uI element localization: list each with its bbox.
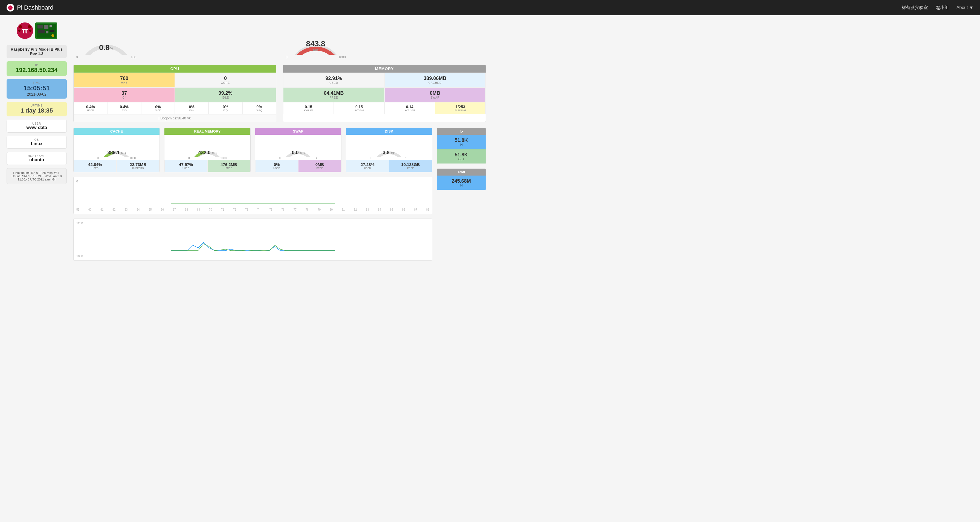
io-in-cell: 51.8K IN — [437, 135, 485, 149]
sidebar-logo: π — [16, 22, 57, 40]
lower-row: CACHE 389.1 MB — [73, 128, 486, 261]
disk-grid: 27.28% USED 10.128GB FREE — [346, 160, 432, 172]
network-right: Io 51.8K IN 51.8K OUT eth0 245.68M — [437, 128, 486, 190]
mem-avg5m-cell: 0.15 AVG.5M — [334, 102, 384, 114]
mem-running-cell: 1/253 RUNNING — [435, 102, 485, 114]
cpu-nice-cell: 0% NICE — [141, 102, 175, 114]
cpu-idle-cell: 99.2% IDLE — [175, 87, 276, 102]
memory-panel-header: MEMORY — [283, 65, 485, 73]
disk-header: DISK — [346, 128, 432, 135]
user-card: USER www-data — [6, 120, 67, 132]
cpu-irq-cell: 0% IRQ — [208, 102, 242, 114]
swap-grid: 0% USED 0MB FREE — [255, 160, 341, 172]
nav-link-qu[interactable]: 趣小组 — [935, 5, 949, 11]
cpu-gauge-container: 0.8% — [76, 22, 136, 55]
realmem-gauge-labels: 0 1000 — [188, 156, 226, 160]
svg-point-4 — [19, 25, 22, 29]
chart-1250: 1250 — [76, 222, 429, 225]
chart-section: 0 5960 6162 6364 6566 6768 6970 7 — [73, 177, 432, 214]
svg-rect-15 — [49, 30, 54, 32]
navbar-right: 树莓派实验室 趣小组 About ▼ — [902, 5, 974, 11]
mem-free-cell: 64.41MB FREE — [283, 87, 384, 102]
cpu-row3: 0.4% USER 0.4% SYS 0% NICE 0% IOW — [73, 102, 276, 114]
memory-row3: 0.15 AVG.1M 0.15 AVG.5M 0.14 AVG.10M 1/2… — [283, 102, 485, 114]
svg-rect-11 — [44, 25, 48, 29]
disk-gauge-wrapper: 3.8 GB 0 16 — [346, 135, 432, 160]
realmem-grid: 47.57% USED 476.2MB FREE — [164, 160, 250, 172]
cpu-freq-cell: 700 MHz — [73, 73, 175, 87]
memory-gauge-container: 843.8 MB — [286, 22, 346, 55]
mem-cached-cell: 389.06MB CACHED — [384, 73, 485, 87]
swap-gauge-value: 0.0 MB — [279, 150, 317, 156]
content: 0.8% 0 100 — [73, 22, 486, 261]
memory-gauge-wrapper: 843.8 MB 0 1000 — [283, 22, 348, 59]
disk-gauge-container: 3.8 GB — [370, 137, 408, 156]
swap-gauge-labels: 0 4 — [279, 156, 317, 160]
cpu-gauge-labels: 0 100 — [76, 55, 136, 59]
bogomips-row: | Bogomips:38.40 ×0 — [73, 114, 276, 122]
navbar: π Pi Dashboard 树莓派实验室 趣小组 About ▼ — [0, 0, 980, 15]
lower-chart: 1250 1000 — [73, 219, 432, 261]
cache-panel: CACHE 389.1 MB — [73, 128, 160, 172]
top-panels-row: 0.8% 0 100 — [73, 22, 486, 59]
svg-rect-13 — [38, 30, 45, 34]
cpu-memory-row: CPU 700 MHz 0 CORE 37 C° 99.2% — [73, 65, 486, 122]
hostname-card: HOSTNAME ubuntu — [6, 152, 67, 165]
cache-gauge-container: 389.1 MB — [97, 137, 136, 156]
cache-header: CACHE — [73, 128, 159, 135]
mem-swap-cell: 0MB SWAP — [384, 87, 485, 102]
realmem-free-cell: 476.2MB FREE — [207, 160, 250, 172]
disk-panel: DISK 3.8 GB — [346, 128, 432, 172]
rpi-logo: π — [16, 22, 33, 40]
cpu-core-cell: 0 CORE — [175, 73, 276, 87]
cpu-temp-cell: 37 C° — [73, 87, 175, 102]
nav-about[interactable]: About ▼ — [956, 5, 974, 10]
lower-left: CACHE 389.1 MB — [73, 128, 432, 261]
memory-gauge-labels: 0 1000 — [286, 55, 346, 59]
memory-panel-grid: 92.91% USED 389.06MB CACHED 64.41MB FREE… — [283, 73, 485, 102]
mem-used-cell: 92.91% USED — [283, 73, 384, 87]
cpu-panel-header: CPU — [73, 65, 276, 73]
nav-link-raspi[interactable]: 树莓派实验室 — [902, 5, 928, 11]
cache-gauge-value: 389.1 MB — [97, 150, 136, 156]
cache-grid: 42.84% USED 22.73MB BUFFERS — [73, 160, 159, 172]
realmem-gauge-wrapper: 432.0 MB 0 1000 — [164, 135, 250, 160]
svg-text:π: π — [9, 6, 11, 9]
swap-used-cell: 0% USED — [255, 160, 298, 172]
pi-icon: π — [6, 4, 14, 11]
brand: π Pi Dashboard — [6, 4, 53, 11]
memory-panel: MEMORY 92.91% USED 389.06MB CACHED 64.41… — [283, 65, 486, 122]
io-header: Io — [437, 128, 485, 135]
swap-header: SWAP — [255, 128, 341, 135]
realmem-gauge-value: 432.0 MB — [188, 150, 226, 156]
svg-rect-14 — [46, 31, 48, 34]
cpu-iow-cell: 0% IOW — [175, 102, 208, 114]
cache-gauge-labels: 0 1000 — [97, 156, 136, 160]
sys-description: Linux ubuntu 5.4.0-1028-raspi #31-Ubuntu… — [6, 168, 67, 184]
cpu-panel-grid: 700 MHz 0 CORE 37 C° 99.2% IDLE — [73, 73, 276, 102]
cpu-sirq-cell: 0% SIRQ — [242, 102, 276, 114]
disk-used-cell: 27.28% USED — [346, 160, 389, 172]
swap-free-cell: 0MB FREE — [298, 160, 341, 172]
realmem-gauge-container: 432.0 MB — [188, 137, 226, 156]
os-card: OS Linux — [6, 136, 67, 149]
realmem-used-cell: 47.57% USED — [164, 160, 207, 172]
svg-rect-12 — [49, 25, 52, 27]
io-panel: Io 51.8K IN 51.8K OUT — [437, 128, 486, 164]
eth0-in-cell: 245.68M IN — [437, 176, 485, 190]
lower-chart-svg — [76, 226, 429, 253]
chart-1000: 1000 — [76, 254, 429, 258]
swap-gauge-container: 0.0 MB — [279, 137, 317, 156]
cache-buffers-cell: 22.73MB BUFFERS — [116, 160, 159, 172]
uptime-card: UPTIME 1 day 18:35 — [6, 102, 67, 117]
cpu-panel: CPU 700 MHz 0 CORE 37 C° 99.2% — [73, 65, 276, 122]
svg-point-6 — [18, 30, 21, 32]
cpu-user-cell: 0.4% USER — [73, 102, 107, 114]
network-chart: 0 5960 6162 6364 6566 6768 6970 7 — [73, 177, 432, 214]
svg-point-7 — [29, 30, 32, 32]
chart-y-label: 0 — [76, 180, 429, 183]
model-name: Raspberry Pi 3 Model B Plus Rev 1.3 — [6, 45, 67, 58]
time-card: TIME 15:05:51 2021-08-02 — [6, 79, 67, 99]
memory-gauge-value: 843.8 MB — [286, 40, 346, 52]
cpu-sys-cell: 0.4% SYS — [107, 102, 141, 114]
